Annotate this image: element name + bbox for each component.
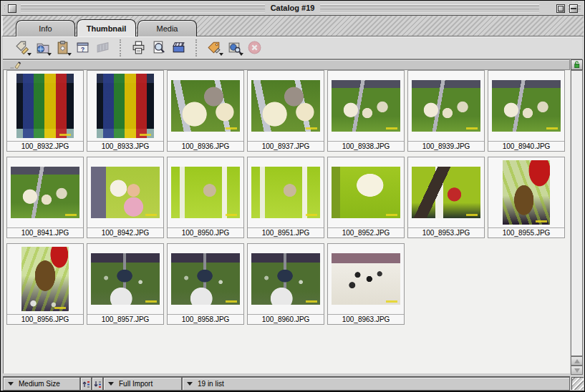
lock-button[interactable] [571, 59, 583, 70]
scroll-down-icon[interactable] [571, 366, 583, 375]
size-menu[interactable]: Medium Size [3, 377, 80, 391]
filmstrip-icon[interactable] [93, 38, 112, 57]
thumbnail-image [332, 167, 400, 218]
thumbnail-cell[interactable]: 100_8957.JPG [87, 243, 164, 325]
chevron-down-icon [187, 382, 193, 386]
thumbnail-image [251, 253, 320, 305]
pencil-icon [10, 61, 21, 69]
sort-descending-icon[interactable] [92, 377, 103, 391]
thumbnail-cell[interactable]: 100_8938.JPG [327, 70, 405, 152]
size-menu-label: Medium Size [19, 380, 60, 388]
thumbnail-cell[interactable]: 100_8936.JPG [167, 70, 244, 152]
delete-icon[interactable] [245, 38, 264, 57]
thumbnail-cell[interactable]: 100_8956.JPG [6, 243, 84, 325]
thumbnail-image [412, 80, 480, 132]
clapboard-icon[interactable] [169, 38, 188, 57]
thumbnail-row: 100_8932.JPG 100_8933.JPG 100_8936.JPG 1… [5, 70, 570, 152]
thumbnail-image [503, 160, 550, 225]
thumbnail-filename: 100_8960.JPG [248, 314, 324, 324]
thumbnail-filename: 100_8958.JPG [168, 314, 243, 324]
scroll-up-icon[interactable] [571, 356, 583, 366]
thumbnail-cell[interactable]: 100_8942.JPG [87, 157, 164, 238]
thumbnail-filename: 100_8957.JPG [87, 314, 163, 324]
edit-tag-icon[interactable] [13, 38, 32, 57]
tab-info-label: Info [39, 24, 52, 33]
sort-ascending-icon[interactable] [80, 377, 92, 391]
globe-search-icon[interactable] [225, 38, 244, 57]
thumbnail-filename: 100_8963.JPG [328, 314, 404, 324]
toolbar: ? [3, 36, 582, 59]
import-menu-label: Full Import [119, 380, 153, 388]
thumbnail-grid: 100_8932.JPG 100_8933.JPG 100_8936.JPG 1… [3, 70, 570, 373]
thumbnail-cell[interactable]: 100_8933.JPG [87, 70, 164, 152]
thumbnail-cell[interactable]: 100_8955.JPG [488, 157, 565, 238]
thumbnail-cell[interactable]: 100_8952.JPG [327, 157, 405, 238]
thumbnail-filename: 100_8938.JPG [328, 141, 404, 151]
tab-bar: Info Thumbnail Media [1, 16, 584, 36]
close-box-icon[interactable] [8, 4, 16, 13]
tab-media[interactable]: Media [137, 20, 197, 36]
tab-info[interactable]: Info [16, 20, 75, 36]
window-title: Catalog #19 [265, 3, 321, 13]
thumbnail-filename: 100_8937.JPG [248, 141, 324, 151]
thumbnail-image [21, 247, 69, 311]
thumbnail-filename: 100_8939.JPG [408, 141, 484, 151]
thumbnail-image [412, 167, 480, 218]
thumbnail-filename: 100_8952.JPG [328, 227, 404, 237]
svg-text:?: ? [81, 46, 84, 53]
thumbnail-filename: 100_8956.JPG [7, 314, 83, 324]
thumbnail-cell[interactable]: 100_8953.JPG [407, 157, 485, 238]
status-bar: Medium Size Full Import 19 in list [3, 376, 570, 390]
thumbnail-filename: 100_8955.JPG [488, 227, 564, 237]
thumbnail-cell[interactable]: 100_8958.JPG [167, 243, 244, 325]
window-titlebar[interactable]: Catalog #19 [1, 1, 584, 16]
thumbnail-cell[interactable]: 100_8939.JPG [407, 70, 485, 152]
chevron-down-icon [8, 382, 14, 386]
print-icon[interactable] [129, 38, 148, 57]
zoom-box-icon[interactable] [556, 4, 565, 13]
thumbnail-cell[interactable]: 100_8932.JPG [6, 70, 84, 152]
thumbnail-filename: 100_8936.JPG [168, 141, 243, 151]
tab-thumbnail-label: Thumbnail [87, 24, 127, 33]
thumbnail-cell[interactable]: 100_8960.JPG [247, 243, 324, 325]
item-count-menu[interactable]: 19 in list [182, 377, 570, 391]
thumbnail-image [492, 80, 561, 132]
info-window-icon[interactable]: ? [73, 38, 92, 57]
thumbnail-row: 100_8941.JPG 100_8942.JPG 100_8950.JPG 1… [5, 157, 570, 238]
toolbar-separator [120, 39, 122, 57]
thumbnail-image [171, 80, 240, 132]
find-page-icon[interactable] [149, 38, 168, 57]
thumbnail-image [251, 80, 320, 132]
collapse-box-icon[interactable] [569, 4, 578, 13]
thumbnail-image [11, 167, 79, 218]
thumbnail-cell[interactable]: 100_8937.JPG [247, 70, 324, 152]
thumbnail-cell[interactable]: 100_8940.JPG [488, 70, 565, 152]
thumbnail-filename: 100_8932.JPG [7, 141, 83, 151]
folder-globe-icon[interactable] [33, 38, 52, 57]
tab-thumbnail[interactable]: Thumbnail [77, 19, 136, 36]
label-tag-icon[interactable] [205, 38, 224, 57]
thumbnail-image [91, 167, 160, 218]
thumbnail-filename: 100_8940.JPG [488, 141, 564, 151]
vertical-scrollbar[interactable] [571, 70, 583, 356]
thumbnail-cell[interactable]: 100_8963.JPG [327, 243, 405, 325]
chevron-down-icon [108, 382, 114, 386]
thumbnail-filename: 100_8941.JPG [7, 227, 83, 237]
thumbnail-cell[interactable]: 100_8951.JPG [247, 157, 324, 238]
thumbnail-filename: 100_8951.JPG [248, 227, 324, 237]
import-menu[interactable]: Full Import [103, 377, 182, 391]
thumbnail-image [251, 167, 320, 218]
item-count-label: 19 in list [198, 380, 224, 388]
thumbnail-image [16, 74, 74, 138]
thumbnail-cell[interactable]: 100_8950.JPG [167, 157, 244, 238]
thumbnail-image [171, 167, 240, 218]
thumbnail-image [171, 253, 240, 305]
toolbar-separator [195, 39, 198, 57]
clipboard-icon[interactable] [53, 38, 72, 57]
thumbnail-filename: 100_8950.JPG [168, 227, 243, 237]
resize-grip[interactable] [571, 377, 584, 390]
thumbnail-cell[interactable]: 100_8941.JPG [6, 157, 84, 238]
thumbnail-image [97, 74, 154, 138]
thumbnail-image [91, 253, 160, 305]
thumbnail-filename: 100_8953.JPG [408, 227, 484, 237]
